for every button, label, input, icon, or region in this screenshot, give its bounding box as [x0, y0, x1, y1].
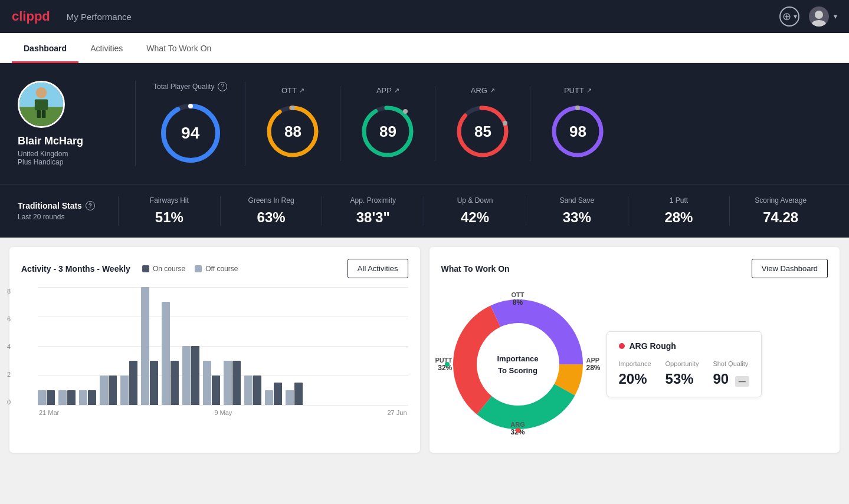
svg-rect-7 — [42, 110, 45, 118]
svg-point-10 — [188, 104, 193, 108]
top-nav: clippd My Performance ⊕ ▾ ▾ — [0, 0, 849, 33]
bar-on — [88, 390, 96, 405]
total-quality-info-icon[interactable]: ? — [218, 82, 227, 91]
activity-panel: Activity - 3 Months - Weekly On course O… — [9, 247, 420, 453]
hero-section: Blair McHarg United Kingdom Plus Handica… — [0, 63, 849, 184]
bar-group-11 — [244, 375, 261, 405]
tab-what-to-work-on[interactable]: What To Work On — [135, 33, 223, 63]
x-labels: 21 Mar 9 May 27 Jun — [38, 409, 408, 416]
bar-on — [109, 375, 117, 405]
trad-sub-label: Last 20 rounds — [18, 213, 100, 221]
total-quality-value: 94 — [181, 124, 199, 143]
bar-group-10 — [224, 361, 241, 405]
metric-importance: Importance 20% — [619, 360, 651, 387]
arg-label: ARG↗ — [471, 86, 495, 95]
bar-off — [162, 302, 170, 405]
metric-opportunity: Opportunity 53% — [666, 360, 699, 387]
donut-center-text: ImportanceTo Scoring — [497, 353, 538, 376]
bar-on — [253, 375, 261, 405]
add-button[interactable]: ⊕ ▾ — [779, 6, 799, 27]
activity-chart-title: Activity - 3 Months - Weekly — [21, 264, 130, 274]
bar-on — [232, 361, 241, 405]
chevron-icon: ▾ — [794, 12, 797, 21]
bar-group-7 — [162, 302, 179, 405]
importance-label: Importance — [619, 360, 651, 367]
svg-point-16 — [403, 109, 408, 114]
shot-quality-label: Shot Quality — [713, 360, 749, 367]
app-arrow-icon: ↗ — [394, 87, 399, 94]
bar-off — [100, 375, 108, 405]
info-card-metrics: Importance 20% Opportunity 53% Shot Qual… — [619, 360, 749, 387]
stat-sandsave: Sand Save 33% — [526, 196, 628, 226]
bar-on — [47, 390, 55, 405]
avatar — [809, 6, 829, 27]
grid-line-6 — [38, 317, 408, 317]
legend-off-course: Off course — [195, 265, 238, 273]
trad-label-section: Traditional Stats ? Last 20 rounds — [18, 201, 100, 221]
svg-point-19 — [503, 121, 507, 126]
arg-gauge: 85 — [453, 102, 512, 161]
wtwo-header: What To Work On View Dashboard — [441, 259, 828, 278]
logo: clippd My Performance — [12, 9, 132, 24]
x-label-mar: 21 Mar — [39, 409, 59, 416]
user-chevron-icon: ▾ — [834, 12, 837, 21]
bar-group-1 — [38, 390, 55, 405]
bar-on — [150, 361, 158, 405]
x-label-may: 9 May — [214, 409, 232, 416]
shot-quality-badge: — — [735, 376, 749, 387]
y-labels: 0 2 4 6 8 — [7, 288, 11, 406]
all-activities-button[interactable]: All Activities — [348, 259, 408, 278]
sub-score-putt: PUTT↗ 98 — [530, 86, 625, 161]
legend-on-course: On course — [142, 265, 185, 273]
bar-on — [171, 361, 179, 405]
player-info: Blair McHarg United Kingdom Plus Handica… — [18, 81, 136, 166]
metric-shot-quality: Shot Quality 90 — — [713, 360, 749, 387]
svg-point-13 — [290, 106, 295, 110]
svg-rect-6 — [37, 110, 41, 118]
wtwo-content: ImportanceTo Scoring OTT 8% APP 28% ARG … — [441, 288, 828, 441]
trad-info-icon[interactable]: ? — [86, 201, 95, 210]
user-menu[interactable]: ▾ — [809, 6, 837, 27]
stat-proximity: App. Proximity 38'3" — [322, 196, 424, 226]
app-connector-dot — [445, 362, 450, 367]
total-quality-gauge: 94 — [158, 101, 223, 166]
stat-fairways: Fairways Hit 51% — [118, 196, 220, 226]
bar-off — [286, 390, 294, 405]
bar-on — [191, 346, 199, 405]
red-dot-icon — [619, 343, 625, 349]
arg-arrow-icon: ↗ — [490, 87, 495, 94]
bar-off — [79, 390, 87, 405]
tab-activities[interactable]: Activities — [78, 33, 135, 63]
ott-value: 88 — [284, 123, 301, 141]
info-card: ARG Rough Importance 20% Opportunity 53%… — [607, 331, 762, 397]
view-dashboard-button[interactable]: View Dashboard — [752, 259, 828, 278]
nav-title: My Performance — [67, 12, 132, 22]
bar-group-3 — [79, 390, 96, 405]
activity-panel-header: Activity - 3 Months - Weekly On course O… — [21, 259, 408, 278]
bar-on — [212, 375, 220, 405]
tab-dashboard[interactable]: Dashboard — [12, 33, 78, 63]
on-course-dot — [142, 265, 149, 272]
bar-off — [203, 361, 211, 405]
trad-label: Traditional Stats ? — [18, 201, 100, 210]
app-value: 89 — [379, 123, 396, 141]
bar-group-13 — [286, 383, 303, 405]
player-name: Blair McHarg — [18, 135, 83, 147]
putt-label: PUTT↗ — [564, 86, 592, 95]
nav-right: ⊕ ▾ ▾ — [779, 6, 837, 27]
bar-off — [182, 346, 191, 405]
bar-off — [141, 287, 149, 405]
bar-off — [224, 361, 232, 405]
svg-point-22 — [575, 106, 580, 110]
grid-line-8 — [38, 287, 408, 288]
putt-value: 98 — [569, 123, 586, 141]
ott-donut-label: OTT 8% — [512, 291, 525, 307]
svg-rect-5 — [35, 99, 48, 110]
bar-off — [120, 375, 129, 405]
bar-off — [244, 375, 253, 405]
chart-bars — [38, 288, 408, 406]
stat-greens: Greens In Reg 63% — [220, 196, 322, 226]
putt-arrow-icon: ↗ — [586, 87, 592, 94]
grid-line-4 — [38, 346, 408, 347]
opportunity-value: 53% — [666, 371, 699, 387]
